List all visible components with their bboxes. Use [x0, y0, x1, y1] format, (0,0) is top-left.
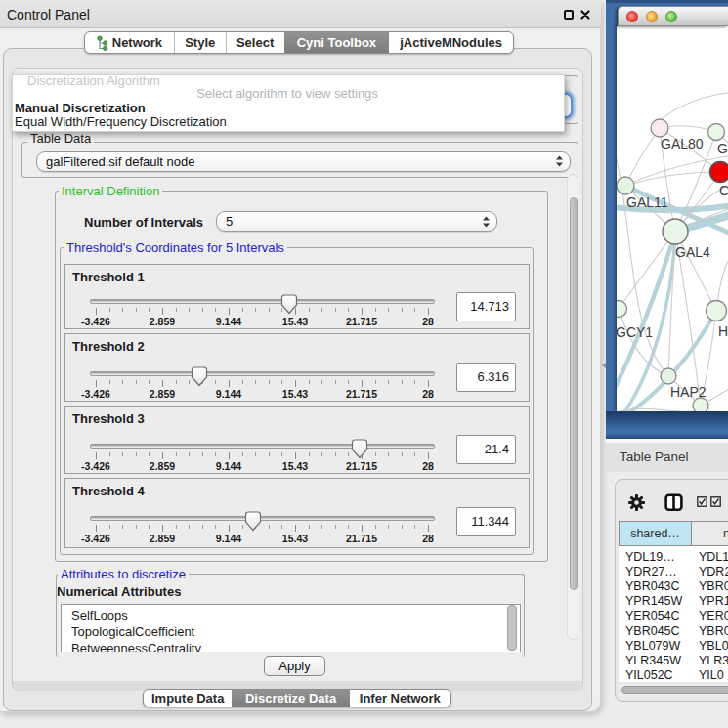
- svg-text:GAL80: GAL80: [661, 136, 704, 151]
- svg-text:GAL11: GAL11: [626, 194, 668, 210]
- svg-text:GAL4: GAL4: [675, 244, 710, 260]
- svg-text:GCY1: GCY1: [617, 324, 653, 340]
- svg-text:CDC6: CDC6: [719, 183, 728, 198]
- svg-text:GAL3: GAL3: [717, 141, 728, 156]
- svg-text:HAP2: HAP2: [670, 384, 707, 400]
- svg-text:HIS4: HIS4: [718, 323, 728, 339]
